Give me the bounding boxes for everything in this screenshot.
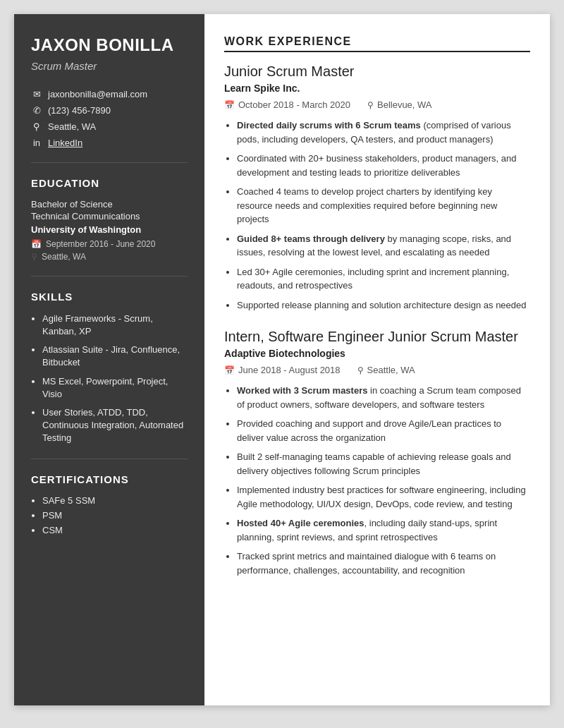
job-bullets-1: Directed daily scrums with 6 Scrum teams… — [224, 119, 530, 312]
contact-linkedin[interactable]: in LinkedIn — [31, 138, 188, 148]
job-block-2: Intern, Software Engineer Junior Scrum M… — [224, 329, 530, 577]
cert-item: SAFe 5 SSM — [42, 495, 188, 506]
location-icon-2: ⚲ — [357, 365, 364, 375]
skill-item: User Stories, ATDD, TDD, Continuous Inte… — [42, 406, 188, 445]
job-company-1: Learn Spike Inc. — [224, 83, 530, 94]
certifications-section-title: CERTIFICATIONS — [31, 473, 188, 485]
job-title-1: Junior Scrum Master — [224, 63, 530, 80]
job-company-2: Adaptive Biotechnologies — [224, 348, 530, 359]
bullet-item: Directed daily scrums with 6 Scrum teams… — [237, 119, 530, 146]
work-experience-title: WORK EXPERIENCE — [224, 35, 530, 52]
edu-location: ⚲ Seattle, WA — [31, 252, 188, 262]
bullet-item: Coached 4 teams to develop project chart… — [237, 185, 530, 226]
edu-degree: Bachelor of Science — [31, 199, 188, 210]
job-dates-1: 📅 October 2018 - March 2020 — [224, 99, 350, 110]
edu-dates: 📅 September 2016 - June 2020 — [31, 239, 188, 249]
bullet-item: Supported release planning and solution … — [237, 298, 530, 313]
calendar-icon: 📅 — [31, 239, 42, 249]
resume-wrapper: JAXON BONILLA Scrum Master ✉ jaxonbonill… — [14, 14, 550, 705]
linkedin-icon: in — [31, 138, 42, 148]
sidebar: JAXON BONILLA Scrum Master ✉ jaxonbonill… — [14, 14, 204, 705]
location-icon-1: ⚲ — [367, 100, 374, 110]
skills-list: Agile Frameworks - Scrum, Kanban, XP Atl… — [31, 313, 188, 445]
cert-item: PSM — [42, 510, 188, 521]
job-location-1: ⚲ Bellevue, WA — [367, 99, 432, 110]
bullet-item: Built 2 self-managing teams capable of a… — [237, 450, 530, 478]
bullet-item: Guided 8+ teams through delivery by mana… — [237, 232, 530, 260]
bullet-item: Provided coaching and support and drove … — [237, 417, 530, 444]
edu-school: University of Washington — [31, 224, 188, 235]
bullet-item: Coordinated with 20+ business stakeholde… — [237, 152, 530, 179]
sidebar-divider-2 — [31, 276, 188, 277]
location-icon-edu: ⚲ — [31, 252, 37, 262]
calendar-icon-1: 📅 — [224, 100, 235, 110]
edu-field: Technical Communications — [31, 211, 188, 222]
job-dates-2: 📅 June 2018 - August 2018 — [224, 365, 341, 375]
skill-item: MS Excel, Powerpoint, Project, Visio — [42, 375, 188, 401]
bullet-item: Worked with 3 Scrum masters in coaching … — [237, 384, 530, 411]
location-icon: ⚲ — [31, 121, 42, 132]
candidate-title: Scrum Master — [31, 60, 188, 72]
bullet-item: Hosted 40+ Agile ceremonies, including d… — [237, 516, 530, 544]
job-block-1: Junior Scrum Master Learn Spike Inc. 📅 O… — [224, 63, 530, 312]
candidate-name: JAXON BONILLA — [31, 35, 188, 56]
bullet-item: Implemented industry best practices for … — [237, 483, 530, 511]
certifications-list: SAFe 5 SSM PSM CSM — [31, 495, 188, 535]
bullet-item: Tracked sprint metrics and maintained di… — [237, 550, 530, 577]
job-title-2: Intern, Software Engineer Junior Scrum M… — [224, 329, 530, 345]
skill-item: Atlassian Suite - Jira, Confluence, Bitb… — [42, 344, 188, 369]
sidebar-divider-1 — [31, 162, 188, 163]
phone-icon: ✆ — [31, 105, 42, 116]
sidebar-divider-3 — [31, 459, 188, 459]
email-icon: ✉ — [31, 89, 42, 99]
job-meta-1: 📅 October 2018 - March 2020 ⚲ Bellevue, … — [224, 99, 530, 110]
skill-item: Agile Frameworks - Scrum, Kanban, XP — [42, 313, 188, 338]
job-meta-2: 📅 June 2018 - August 2018 ⚲ Seattle, WA — [224, 365, 530, 375]
job-bullets-2: Worked with 3 Scrum masters in coaching … — [224, 384, 530, 577]
main-content: WORK EXPERIENCE Junior Scrum Master Lear… — [204, 14, 550, 705]
contact-email: ✉ jaxonbonilla@email.com — [31, 89, 188, 99]
contact-location: ⚲ Seattle, WA — [31, 121, 188, 132]
skills-section-title: SKILLS — [31, 291, 188, 303]
contact-phone: ✆ (123) 456-7890 — [31, 105, 188, 116]
job-location-2: ⚲ Seattle, WA — [357, 365, 415, 375]
education-section-title: EDUCATION — [31, 177, 188, 189]
cert-item: CSM — [42, 525, 188, 535]
calendar-icon-2: 📅 — [224, 365, 235, 375]
bullet-item: Led 30+ Agile ceremonies, including spri… — [237, 265, 530, 293]
